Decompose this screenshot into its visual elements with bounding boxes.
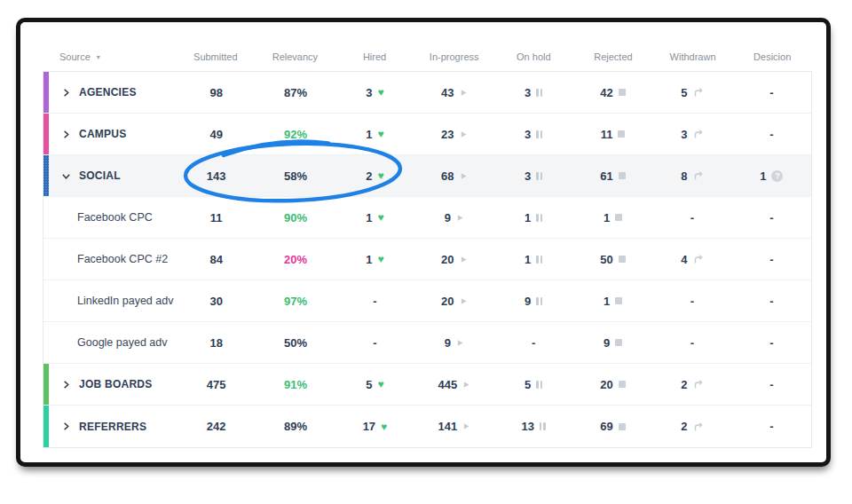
cell-decision: - bbox=[732, 420, 811, 433]
column-header-submitted: Submitted bbox=[176, 51, 256, 62]
table-row-facebook-cpc: Facebook CPC 11 90% 1♥ 9 1 1 - - bbox=[43, 197, 811, 239]
table-row-social[interactable]: SOCIAL 143 58% 2♥ 68 3 61 8 1? bbox=[43, 155, 811, 197]
pause-icon bbox=[536, 381, 542, 389]
square-icon bbox=[615, 297, 622, 304]
redo-arrow-icon bbox=[693, 170, 704, 181]
table-row-campus[interactable]: CAMPUS 49 92% 1♥ 23 3 11 3 - bbox=[43, 114, 811, 155]
cell-in-progress: 23 bbox=[414, 128, 493, 141]
cell-on-hold: 1 bbox=[494, 211, 573, 224]
column-header-source[interactable]: Source ▾ bbox=[43, 51, 176, 62]
source-name: Facebook CPC bbox=[77, 211, 153, 224]
chevron-down-icon[interactable] bbox=[61, 171, 71, 181]
cell-decision: - bbox=[732, 211, 811, 224]
cell-rejected: 11 bbox=[573, 128, 652, 141]
table-row-referrers[interactable]: REFERRERS 242 89% 17♥ 141 13 69 2 - bbox=[43, 406, 811, 447]
table-row-facebook-cpc-2: Facebook CPC #2 84 20% 1♥ 20 1 50 4 - bbox=[43, 239, 811, 280]
cell-hired: 2♥ bbox=[335, 169, 414, 183]
cell-decision: - bbox=[732, 295, 811, 308]
cell-rejected: 61 bbox=[573, 169, 652, 183]
redo-arrow-icon bbox=[693, 254, 704, 264]
cell-relevancy: 92% bbox=[256, 128, 335, 141]
cell-relevancy: 91% bbox=[256, 378, 335, 391]
play-icon bbox=[460, 256, 468, 264]
redo-arrow-icon bbox=[693, 129, 704, 139]
column-header-in-progress: In-progress bbox=[414, 51, 494, 62]
sources-table: AGENCIES 98 87% 3♥ 43 3 42 5 - CAMPUS 49… bbox=[43, 71, 812, 448]
group-color-bar bbox=[43, 72, 49, 113]
source-name: SOCIAL bbox=[79, 169, 121, 182]
cell-in-progress: 20 bbox=[414, 295, 493, 308]
square-icon bbox=[615, 339, 622, 346]
source-name: Google payed adv bbox=[77, 336, 167, 349]
cell-relevancy: 87% bbox=[256, 86, 335, 99]
chevron-right-icon[interactable] bbox=[61, 421, 71, 431]
cell-hired: 3♥ bbox=[335, 86, 414, 99]
play-icon bbox=[460, 297, 468, 305]
source-cell: JOB BOARDS bbox=[43, 378, 177, 390]
cell-decision: - bbox=[732, 253, 811, 266]
source-name: CAMPUS bbox=[79, 128, 127, 140]
cell-hired: 17♥ bbox=[335, 420, 414, 433]
source-cell: REFERRERS bbox=[43, 421, 177, 433]
cell-hired: 5♥ bbox=[335, 378, 414, 391]
cell-on-hold: - bbox=[494, 336, 573, 350]
column-header-rejected: Rejected bbox=[573, 51, 653, 62]
source-cell: Facebook CPC #2 bbox=[43, 253, 177, 265]
cell-in-progress: 9 bbox=[414, 211, 493, 224]
cell-relevancy: 50% bbox=[256, 336, 335, 350]
table-row-agencies[interactable]: AGENCIES 98 87% 3♥ 43 3 42 5 - bbox=[43, 72, 811, 114]
source-cell: LinkedIn payed adv bbox=[43, 295, 177, 307]
chevron-right-icon[interactable] bbox=[61, 88, 71, 98]
chevron-right-icon[interactable] bbox=[61, 130, 71, 139]
redo-arrow-icon bbox=[693, 421, 704, 432]
sort-arrow-icon[interactable]: ▾ bbox=[97, 53, 100, 61]
pause-icon bbox=[540, 422, 546, 430]
cell-in-progress: 43 bbox=[414, 86, 493, 99]
play-icon bbox=[460, 130, 468, 138]
cell-hired: 1♥ bbox=[335, 253, 414, 266]
redo-arrow-icon bbox=[693, 87, 704, 98]
cell-on-hold: 9 bbox=[494, 295, 573, 308]
cell-rejected: 20 bbox=[573, 378, 652, 391]
cell-hired: 1♥ bbox=[335, 211, 414, 224]
cell-on-hold: 3 bbox=[494, 86, 573, 99]
group-color-bar bbox=[43, 114, 49, 154]
cell-relevancy: 20% bbox=[256, 253, 335, 266]
cell-submitted: 49 bbox=[177, 128, 256, 141]
column-header-withdrawn: Withdrawn bbox=[653, 51, 733, 62]
cell-submitted: 143 bbox=[177, 169, 256, 183]
table-row-job-boards[interactable]: JOB BOARDS 475 91% 5♥ 445 5 20 2 - bbox=[43, 364, 811, 406]
question-circle-icon: ? bbox=[771, 170, 783, 182]
cell-decision: - bbox=[732, 86, 811, 99]
pause-icon bbox=[536, 130, 542, 138]
play-icon bbox=[462, 381, 470, 389]
cell-rejected: 50 bbox=[573, 253, 652, 266]
heart-icon: ♥ bbox=[377, 379, 383, 390]
play-icon bbox=[456, 214, 464, 222]
table-header: Source ▾ Submitted Relevancy Hired In-pr… bbox=[43, 51, 812, 62]
cell-on-hold: 3 bbox=[494, 169, 573, 183]
cell-decision: - bbox=[732, 128, 811, 141]
cell-rejected: 69 bbox=[573, 420, 652, 433]
heart-icon: ♥ bbox=[377, 87, 383, 98]
cell-submitted: 98 bbox=[177, 86, 256, 99]
cell-relevancy: 97% bbox=[256, 295, 335, 308]
chevron-right-icon[interactable] bbox=[61, 380, 71, 390]
cell-submitted: 11 bbox=[177, 211, 256, 224]
cell-submitted: 30 bbox=[177, 295, 256, 308]
cell-submitted: 242 bbox=[177, 420, 256, 433]
square-icon bbox=[619, 256, 626, 263]
cell-rejected: 42 bbox=[573, 86, 652, 99]
heart-icon: ♥ bbox=[377, 212, 383, 223]
cell-withdrawn: 8 bbox=[652, 169, 731, 183]
heart-icon: ♥ bbox=[377, 170, 383, 181]
pause-icon bbox=[536, 214, 542, 222]
cell-withdrawn: - bbox=[652, 336, 731, 350]
cell-in-progress: 20 bbox=[414, 253, 493, 266]
cell-withdrawn: 2 bbox=[652, 378, 731, 391]
heart-icon: ♥ bbox=[381, 421, 387, 432]
group-color-bar bbox=[43, 406, 49, 447]
cell-in-progress: 68 bbox=[414, 169, 493, 183]
heart-icon: ♥ bbox=[377, 254, 383, 264]
cell-hired: - bbox=[335, 336, 414, 350]
